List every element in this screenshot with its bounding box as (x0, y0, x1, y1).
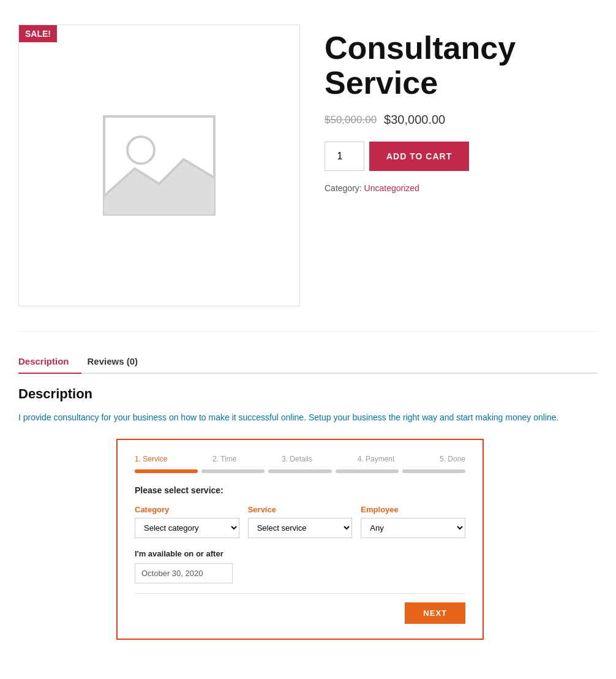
category-field-label: Category (135, 505, 239, 514)
description-heading: Description (18, 386, 598, 402)
step-5-label: 5. Done (440, 455, 465, 463)
product-section: SALE! Consultancy Service $50,000.00 $30… (18, 12, 598, 332)
tabs-nav: Description Reviews (0) (18, 350, 598, 374)
tabs-section: Description Reviews (0) Description I pr… (18, 332, 598, 646)
old-price: $50,000.00 (325, 114, 377, 126)
tab-description[interactable]: Description (18, 350, 81, 374)
select-service-label: Please select service: (135, 485, 465, 495)
available-label: I'm available on or after (135, 549, 465, 558)
category-select[interactable]: Select category (135, 518, 239, 538)
page-wrapper: SALE! Consultancy Service $50,000.00 $30… (0, 0, 616, 658)
service-field-label: Service (248, 505, 353, 514)
description-body: I provide consultancy for your business … (18, 411, 598, 424)
product-title: Consultancy Service (325, 31, 598, 101)
product-image-placeholder (98, 110, 220, 221)
date-input[interactable] (135, 563, 233, 583)
employee-select[interactable]: Any (361, 518, 465, 538)
product-details-column: Consultancy Service $50,000.00 $30,000.0… (325, 25, 598, 306)
tab-reviews[interactable]: Reviews (0) (88, 350, 151, 373)
category-label: Category: (325, 183, 362, 193)
employee-field-label: Employee (361, 505, 465, 514)
service-field-group: Service Select service (248, 505, 353, 538)
sale-badge: SALE! (19, 25, 57, 42)
widget-footer: NEXT (135, 593, 465, 624)
add-to-cart-button[interactable]: ADD TO CART (369, 142, 469, 171)
add-to-cart-row: ADD TO CART (325, 142, 598, 171)
step-bar-2 (201, 469, 265, 473)
steps-header: 1. Service 2. Time 3. Details 4. Payment… (135, 455, 465, 463)
step-bar-4 (336, 469, 399, 473)
price-wrapper: $50,000.00 $30,000.00 (325, 113, 598, 127)
step-bar-5 (402, 469, 465, 473)
new-price: $30,000.00 (384, 113, 445, 127)
svg-point-1 (127, 137, 154, 164)
step-bar-3 (268, 469, 331, 473)
category-field-group: Category Select category (135, 505, 239, 538)
product-image-column: SALE! (18, 25, 300, 306)
category-row: Category: Uncategorized (325, 183, 598, 193)
employee-field-group: Employee Any (361, 505, 465, 538)
dropdowns-row: Category Select category Service Select … (135, 505, 465, 538)
service-select[interactable]: Select service (248, 518, 353, 538)
step-2-label: 2. Time (212, 455, 236, 463)
steps-progress-bars (135, 469, 465, 473)
step-3-label: 3. Details (282, 455, 312, 463)
quantity-input[interactable] (325, 142, 364, 171)
step-4-label: 4. Payment (358, 455, 395, 463)
step-bar-1 (135, 469, 198, 473)
category-link[interactable]: Uncategorized (364, 183, 419, 193)
next-button[interactable]: NEXT (405, 602, 465, 624)
booking-widget: 1. Service 2. Time 3. Details 4. Payment… (116, 439, 484, 640)
step-1-label: 1. Service (135, 455, 167, 463)
